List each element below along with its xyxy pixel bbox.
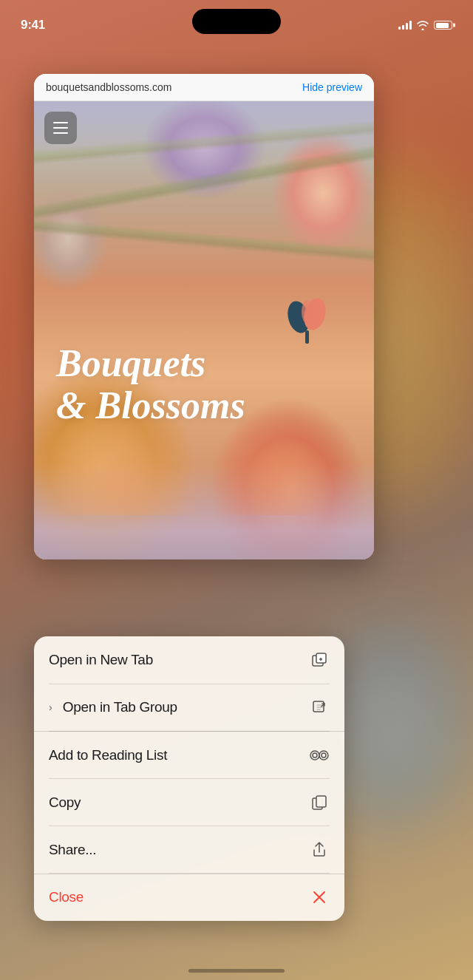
- svg-point-2: [302, 300, 313, 324]
- battery-icon: [434, 21, 452, 30]
- home-indicator: [188, 969, 285, 973]
- signal-bar-3: [406, 23, 408, 30]
- dynamic-island: [192, 9, 281, 34]
- safari-url-text: bouquetsandblossoms.com: [46, 81, 171, 93]
- top-flowers: [34, 101, 374, 160]
- hamburger-line-2: [53, 127, 68, 129]
- svg-rect-14: [316, 796, 326, 807]
- brand-line1: Bouquets: [56, 342, 245, 384]
- new-tab-icon: [309, 650, 330, 670]
- menu-copy-label: Copy: [49, 794, 81, 811]
- hide-preview-button[interactable]: Hide preview: [302, 81, 362, 93]
- wifi-icon: [417, 21, 429, 30]
- context-menu: Open in New Tab › Open in Tab Group: [34, 636, 344, 921]
- svg-rect-3: [305, 330, 309, 344]
- menu-close-label: Close: [49, 889, 84, 905]
- tulip-logo: [285, 293, 330, 345]
- menu-item-copy-left: Copy: [49, 794, 81, 811]
- tab-group-chevron-icon: ›: [49, 701, 52, 713]
- svg-point-11: [319, 751, 328, 760]
- signal-bars-icon: [398, 21, 412, 30]
- reading-list-icon: [309, 745, 330, 766]
- menu-item-close-left: Close: [49, 889, 84, 905]
- menu-open-new-tab-label: Open in New Tab: [49, 652, 153, 668]
- menu-item-close[interactable]: Close: [34, 874, 344, 921]
- menu-item-share-left: Share...: [49, 842, 96, 858]
- svg-point-10: [313, 753, 317, 758]
- brand-overlay: Bouquets & Blossoms: [56, 342, 245, 426]
- safari-card: bouquetsandblossoms.com Hide preview: [34, 74, 374, 559]
- menu-item-tab-group-left: › Open in Tab Group: [49, 699, 177, 715]
- brand-line2: & Blossoms: [56, 384, 245, 426]
- signal-bar-1: [398, 27, 401, 30]
- menu-reading-list-label: Add to Reading List: [49, 747, 167, 763]
- battery-fill: [436, 23, 449, 28]
- menu-item-copy[interactable]: Copy: [34, 779, 344, 826]
- hamburger-line-3: [53, 132, 68, 134]
- menu-open-tab-group-label: Open in Tab Group: [63, 699, 177, 715]
- menu-item-reading-list-left: Add to Reading List: [49, 747, 167, 763]
- menu-item-open-new-tab[interactable]: Open in New Tab: [34, 636, 344, 684]
- signal-bar-2: [402, 25, 404, 30]
- hamburger-line-1: [53, 122, 68, 123]
- menu-item-share[interactable]: Share...: [34, 826, 344, 874]
- svg-point-9: [310, 751, 319, 760]
- tab-group-icon: [309, 697, 330, 718]
- safari-url-bar: bouquetsandblossoms.com Hide preview: [34, 74, 374, 101]
- status-icons: [398, 21, 452, 30]
- close-x-icon: [309, 887, 330, 908]
- signal-bar-4: [409, 21, 412, 30]
- status-time: 9:41: [21, 18, 45, 33]
- menu-share-label: Share...: [49, 842, 96, 858]
- website-preview: Bouquets & Blossoms: [34, 101, 374, 559]
- menu-item-open-new-tab-left: Open in New Tab: [49, 652, 153, 668]
- copy-icon: [309, 792, 330, 813]
- svg-point-12: [321, 753, 326, 758]
- menu-item-reading-list[interactable]: Add to Reading List: [34, 732, 344, 779]
- share-icon: [309, 840, 330, 860]
- hamburger-menu-button[interactable]: [44, 112, 77, 144]
- menu-item-open-tab-group[interactable]: › Open in Tab Group: [34, 684, 344, 731]
